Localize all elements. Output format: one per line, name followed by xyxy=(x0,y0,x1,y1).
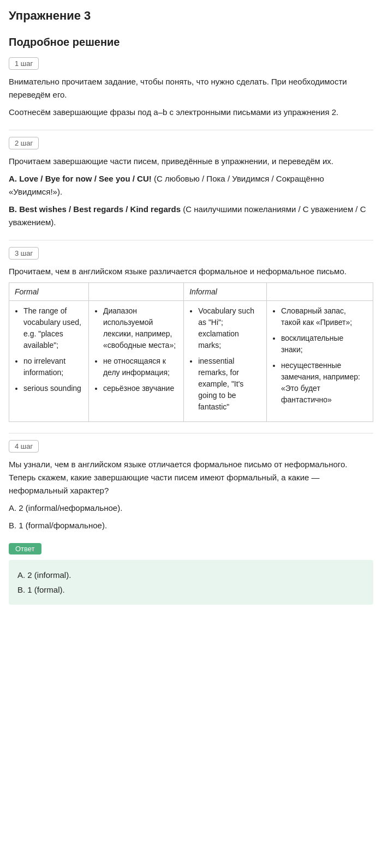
table-header-formal-ru xyxy=(88,283,183,301)
final-answer-b: B. 1 (formal). xyxy=(17,582,365,597)
table-cell-informal-en: Vocabulary such as "Hi"; exclamation mar… xyxy=(184,301,267,422)
page-container: Упражнение 3 Подробное решение 1 шаг Вни… xyxy=(0,0,382,618)
formal-ru-item-2: не относящаяся к делу информация; xyxy=(103,355,178,378)
step-4-answer-a: А. 2 (informal/неформальное). xyxy=(9,502,373,515)
divider-2 xyxy=(9,240,373,240)
step-2-item-a-label: A. Love / Bye for now / See you / CU! xyxy=(9,174,152,183)
table-header-informal-ru xyxy=(266,283,373,301)
step-1: 1 шаг Внимательно прочитаем задание, что… xyxy=(9,57,373,119)
table-cell-formal-en: The range of vocabulary used, e.g. "plac… xyxy=(9,301,89,422)
formal-ru-list: Диапазон используемой лексики, например,… xyxy=(94,305,178,394)
informal-en-item-1: Vocabulary such as "Hi"; exclamation mar… xyxy=(198,305,261,351)
step-4-text: Мы узнали, чем в английском языке отлича… xyxy=(9,458,373,497)
step-1-text-1: Внимательно прочитаем задание, чтобы пон… xyxy=(9,75,373,101)
table-cell-formal-ru: Диапазон используемой лексики, например,… xyxy=(88,301,183,422)
step-1-text-2: Соотнесём завершающие фразы под a–b с эл… xyxy=(9,106,373,119)
formal-informal-table: Formal Informal The range of vocabulary … xyxy=(9,282,373,422)
formal-ru-item-3: серьёзное звучание xyxy=(103,383,178,394)
table-header-informal: Informal xyxy=(184,283,267,301)
step-3: 3 шаг Прочитаем, чем в английском языке … xyxy=(9,247,373,422)
informal-ru-item-2: восклицательные знаки; xyxy=(281,333,367,355)
table-cell-informal-ru: Словарный запас, такой как «Привет»; вос… xyxy=(266,301,373,422)
formal-en-item-3: serious sounding xyxy=(23,383,83,394)
step-4-badge: 4 шаг xyxy=(9,440,39,453)
formal-en-item-2: no irrelevant information; xyxy=(23,355,83,378)
step-1-badge: 1 шаг xyxy=(9,57,39,70)
step-3-intro: Прочитаем, чем в английском языке различ… xyxy=(9,265,373,278)
step-2: 2 шаг Прочитаем завершающие части писем,… xyxy=(9,137,373,229)
step-2-item-b-label: B. Best wishes / Best regards / Kind reg… xyxy=(9,204,181,214)
step-2-item-b: B. Best wishes / Best regards / Kind reg… xyxy=(9,203,373,229)
formal-en-list: The range of vocabulary used, e.g. "plac… xyxy=(15,305,83,394)
solution-title: Подробное решение xyxy=(9,36,373,49)
informal-ru-list: Словарный запас, такой как «Привет»; вос… xyxy=(272,305,367,406)
step-4: 4 шаг Мы узнали, чем в английском языке … xyxy=(9,440,373,532)
formal-en-item-1: The range of vocabulary used, e.g. "plac… xyxy=(23,305,83,351)
divider-1 xyxy=(9,130,373,130)
step-3-badge: 3 шаг xyxy=(9,247,39,260)
divider-3 xyxy=(9,433,373,433)
final-answer-a: A. 2 (informal). xyxy=(17,568,365,582)
informal-en-list: Vocabulary such as "Hi"; exclamation mar… xyxy=(189,305,261,413)
step-2-item-a: A. Love / Bye for now / See you / CU! (С… xyxy=(9,172,373,198)
answer-badge: Ответ xyxy=(9,543,41,554)
informal-ru-item-3: несущественные замечания, например: «Это… xyxy=(281,360,367,406)
informal-ru-item-1: Словарный запас, такой как «Привет»; xyxy=(281,305,367,328)
step-2-badge: 2 шаг xyxy=(9,137,39,149)
answer-section: Ответ A. 2 (informal). B. 1 (formal). xyxy=(9,543,373,605)
formal-ru-item-1: Диапазон используемой лексики, например,… xyxy=(103,305,178,351)
step-2-intro: Прочитаем завершающие части писем, приве… xyxy=(9,155,373,168)
table-header-formal: Formal xyxy=(9,283,89,301)
main-title: Упражнение 3 xyxy=(9,9,373,23)
step-4-answer-b: В. 1 (formal/формальное). xyxy=(9,519,373,532)
answer-box: A. 2 (informal). B. 1 (formal). xyxy=(9,560,373,605)
informal-en-item-2: inessential remarks, for example, "It's … xyxy=(198,355,261,413)
